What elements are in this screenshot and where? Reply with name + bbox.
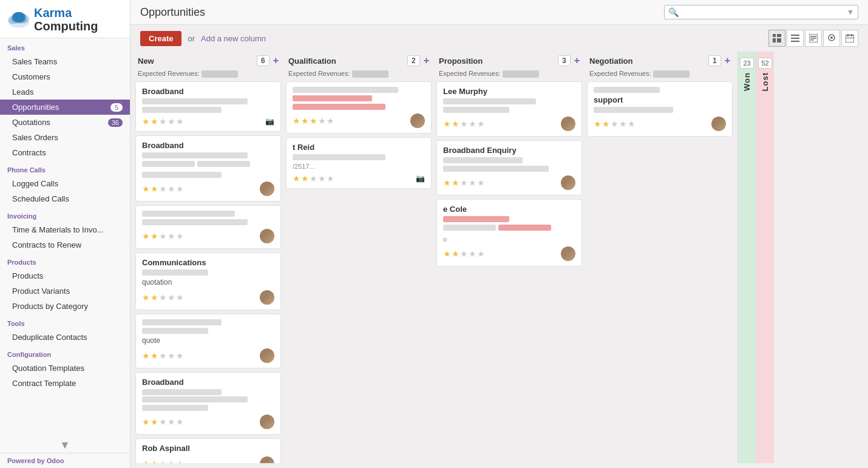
- svg-point-17: [830, 36, 833, 39]
- card-e-cole[interactable]: e Cole o ★★★★★: [436, 199, 582, 266]
- card-rob-aspinall[interactable]: Rob Aspinall ★★★★★: [135, 438, 281, 463]
- add-column-link[interactable]: Add a new column: [201, 34, 266, 43]
- card-broadband-1[interactable]: Broadband ★★★★★ 📷: [135, 81, 281, 132]
- map-view-btn[interactable]: [823, 30, 840, 47]
- card-footer: ★★★★★: [142, 348, 274, 363]
- sidebar-item-quotation-templates[interactable]: Quotation Templates: [0, 361, 130, 376]
- card-title: Lee Murphy: [443, 87, 575, 96]
- avatar: [561, 175, 575, 190]
- sidebar-scroll-down[interactable]: ▼: [0, 438, 130, 453]
- card-footer: ★★★★★: [443, 175, 575, 190]
- sidebar-item-quotations[interactable]: Quotations 36: [0, 115, 130, 130]
- opportunities-badge: 5: [110, 103, 123, 112]
- sidebar-item-contracts-renew[interactable]: Contracts to Renew: [0, 237, 130, 253]
- sidebar-item-product-variants[interactable]: Product Variants: [0, 283, 130, 299]
- card-broadband-n[interactable]: Broadband ★★★★★: [135, 372, 281, 435]
- sidebar-item-sales-teams[interactable]: Sales Teams: [0, 54, 130, 69]
- sidebar-item-time-materials[interactable]: Time & Materials to Invo...: [0, 222, 130, 237]
- sidebar-item-customers[interactable]: Customers: [0, 69, 130, 84]
- card-stars: ★★★★★: [142, 459, 185, 463]
- create-button[interactable]: Create: [140, 31, 181, 46]
- form-view-btn[interactable]: [805, 30, 822, 47]
- column-new-count: 6: [257, 55, 270, 66]
- card-quote[interactable]: quote ★★★★★: [135, 314, 281, 368]
- section-sales: Sales: [0, 38, 130, 54]
- camera-icon: 📷: [416, 174, 425, 183]
- sidebar-item-leads[interactable]: Leads: [0, 84, 130, 100]
- card-qual-1[interactable]: ★★★★★: [286, 81, 432, 134]
- card-blurred-line: [142, 405, 208, 411]
- sidebar: Karma Computing Sales Sales Teams Custom…: [0, 0, 131, 468]
- avatar: [260, 229, 274, 243]
- won-column[interactable]: 23 Won: [737, 52, 756, 463]
- sidebar-item-scheduled-calls[interactable]: Scheduled Calls: [0, 191, 130, 206]
- svg-rect-10: [791, 38, 799, 39]
- section-config: Configuration: [0, 345, 130, 361]
- card-t-reid[interactable]: t Reid /2517... ★★★★★ 📷: [286, 137, 432, 189]
- svg-rect-21: [846, 38, 854, 38]
- avatar: [711, 117, 726, 131]
- card-title: Rob Aspinall: [142, 444, 274, 453]
- card-blurred-line: [142, 396, 248, 402]
- column-qual-add[interactable]: +: [424, 55, 429, 66]
- won-label: Won: [742, 72, 751, 91]
- svg-rect-6: [773, 38, 776, 42]
- sidebar-item-logged-calls[interactable]: Logged Calls: [0, 176, 130, 191]
- column-neg-add[interactable]: +: [725, 55, 730, 66]
- card-broadband-enquiry[interactable]: Broadband Enquiry ★★★★★: [436, 140, 582, 195]
- card-blurred-3[interactable]: ★★★★★: [135, 205, 281, 249]
- card-stars: ★★★★★: [443, 249, 486, 259]
- search-dropdown-icon[interactable]: ▼: [847, 8, 854, 16]
- card-stars: ★★★★★: [142, 184, 185, 194]
- search-input[interactable]: [681, 8, 847, 17]
- sidebar-item-products[interactable]: Products: [0, 268, 130, 283]
- card-blurred-title: [293, 87, 398, 93]
- sidebar-item-products-category[interactable]: Products by Category: [0, 299, 130, 314]
- kanban-board: New 6 + Expected Revenues: Broadband ★★★…: [131, 52, 868, 468]
- column-qual-count: 2: [407, 55, 420, 66]
- column-prop-title: Proposition: [439, 56, 554, 66]
- card-title: Broadband Enquiry: [443, 146, 575, 155]
- card-blurred-line: [594, 87, 660, 93]
- column-new: New 6 + Expected Revenues: Broadband ★★★…: [135, 52, 281, 463]
- card-footer: ★★★★★ 📷: [293, 174, 425, 183]
- card-stars: ★★★★★: [142, 417, 185, 427]
- card-blurred-title: [142, 319, 222, 325]
- list-view-btn[interactable]: [787, 30, 804, 47]
- sidebar-item-contracts[interactable]: Contracts: [0, 145, 130, 160]
- odoo-link[interactable]: Odoo: [47, 457, 64, 464]
- logo-icon: [7, 10, 30, 29]
- sidebar-item-sales-orders[interactable]: Sales Orders: [0, 130, 130, 145]
- card-footer: ★★★★★: [443, 246, 575, 261]
- card-blurred-row: [142, 161, 274, 169]
- card-footer: ★★★★★: [142, 415, 274, 429]
- svg-rect-9: [791, 35, 799, 36]
- lost-column[interactable]: 52 Lost: [756, 52, 774, 463]
- kanban-view-btn[interactable]: [768, 30, 785, 47]
- card-blurred-line: [142, 328, 208, 334]
- card-lee-murphy[interactable]: Lee Murphy ★★★★★: [436, 81, 582, 137]
- column-neg-header: Negotiation 1 +: [587, 52, 733, 70]
- card-blurred-pink: [443, 216, 509, 222]
- card-blurred-line: [443, 157, 523, 163]
- svg-rect-13: [810, 36, 816, 37]
- search-bar[interactable]: 🔍 ▼: [664, 5, 858, 19]
- column-new-add[interactable]: +: [273, 55, 279, 66]
- column-prop-add[interactable]: +: [574, 55, 580, 66]
- card-broadband-2[interactable]: Broadband ★★★★★: [135, 135, 281, 202]
- sidebar-item-contract-template[interactable]: Contract Template: [0, 376, 130, 391]
- card-communications[interactable]: Communications quotation ★★★★★: [135, 253, 281, 310]
- sidebar-item-dedup-contacts[interactable]: Deduplicate Contacts: [0, 330, 130, 345]
- column-proposition-header: Proposition 3 +: [436, 52, 582, 70]
- column-new-title: New: [138, 56, 253, 66]
- card-support[interactable]: support ★★★★★: [587, 81, 733, 137]
- column-prop-cards: Lee Murphy ★★★★★ Broadband Enquiry ★★★★★: [436, 81, 582, 463]
- column-neg-count: 1: [708, 55, 721, 66]
- column-new-cards: Broadband ★★★★★ 📷 Broadband: [135, 81, 281, 463]
- card-stars: ★★★★★: [443, 178, 486, 188]
- sidebar-item-opportunities[interactable]: Opportunities 5: [0, 100, 130, 115]
- calendar-view-btn[interactable]: [841, 30, 858, 47]
- logo-area: Karma Computing: [0, 0, 130, 38]
- section-phone: Phone Calls: [0, 160, 130, 176]
- card-title: Communications: [142, 258, 274, 267]
